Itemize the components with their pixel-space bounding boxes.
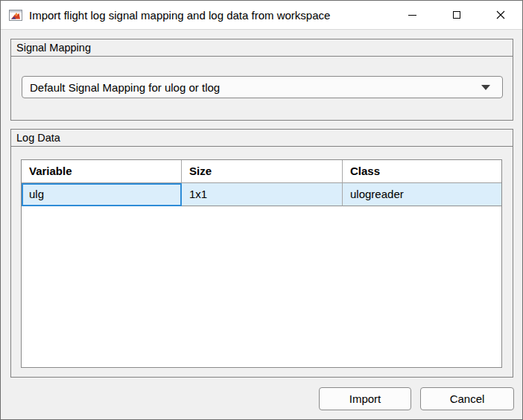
- cell-size[interactable]: 1x1: [182, 183, 343, 206]
- window-controls: [390, 1, 522, 29]
- column-header-class: Class: [343, 160, 501, 183]
- signal-mapping-dropdown-value: Default Signal Mapping for ulog or tlog: [30, 81, 220, 94]
- cell-variable[interactable]: ulg: [22, 183, 182, 206]
- import-button[interactable]: Import: [319, 387, 411, 410]
- cancel-button[interactable]: Cancel: [420, 387, 514, 410]
- window-title: Import flight log signal mapping and log…: [29, 9, 330, 22]
- close-button[interactable]: [478, 1, 522, 29]
- log-data-panel-title: Log Data: [11, 130, 513, 147]
- table-row[interactable]: ulg 1x1 ulogreader: [22, 183, 501, 206]
- log-data-panel: Log Data Variable Size Class ulg 1x1 ulo…: [10, 129, 513, 378]
- close-icon: [496, 10, 505, 19]
- signal-mapping-panel: Signal Mapping Default Signal Mapping fo…: [10, 39, 513, 121]
- signal-mapping-dropdown[interactable]: Default Signal Mapping for ulog or tlog: [22, 76, 503, 98]
- column-header-size: Size: [182, 160, 343, 183]
- column-header-variable: Variable: [22, 160, 182, 183]
- chevron-down-icon: [481, 85, 490, 90]
- import-flight-log-dialog: Import flight log signal mapping and log…: [0, 0, 523, 420]
- maximize-button[interactable]: [434, 1, 478, 29]
- minimize-icon: [408, 15, 416, 16]
- cell-class[interactable]: ulogreader: [343, 183, 501, 206]
- log-data-table: Variable Size Class ulg 1x1 ulogreader: [21, 159, 502, 368]
- matlab-icon: [9, 10, 22, 21]
- signal-mapping-panel-title: Signal Mapping: [11, 39, 513, 57]
- maximize-icon: [453, 11, 460, 19]
- minimize-button[interactable]: [390, 1, 434, 29]
- table-header-row: Variable Size Class: [22, 160, 501, 183]
- titlebar: Import flight log signal mapping and log…: [1, 1, 522, 30]
